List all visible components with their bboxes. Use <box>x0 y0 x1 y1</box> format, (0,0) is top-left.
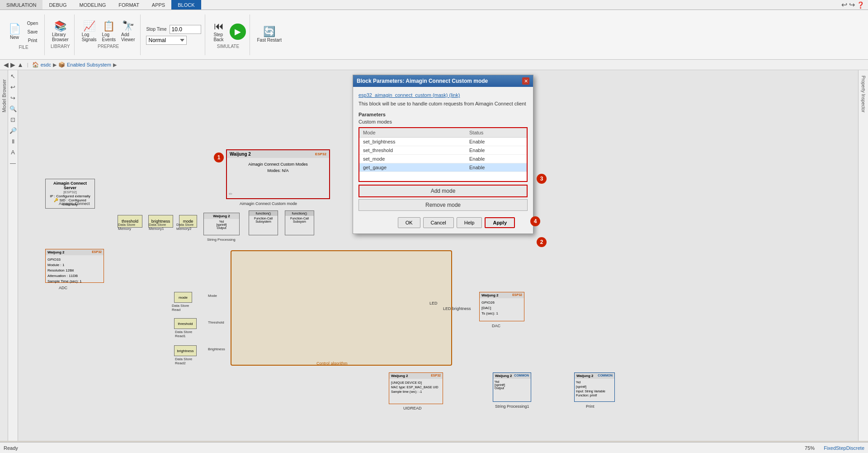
solver-label: FixedStepDiscrete <box>824 445 864 451</box>
step-back-button[interactable]: ⏮ StepBack <box>211 20 227 43</box>
menu-tab-debug[interactable]: DEBUG <box>42 0 73 10</box>
badge-1: 1 <box>214 153 224 162</box>
library-group-label: LIBRARY <box>51 44 70 49</box>
parameters-section-label: Parameters <box>359 112 528 117</box>
breadcrumb: ◀ ▶ ▲ | 🏠 esdc ▶ 📦 Enabled Subsystem ▶ <box>0 60 868 70</box>
text-tool-icon[interactable]: A <box>9 148 17 156</box>
log-signals-icon: 📈 <box>83 21 95 31</box>
menu-tab-block[interactable]: BLOCK <box>171 0 201 10</box>
help-icon[interactable]: ❓ <box>857 1 864 9</box>
new-button[interactable]: 📄 New <box>6 23 23 41</box>
row1-status: Enable <box>466 138 527 146</box>
menu-tab-modeling[interactable]: MODELING <box>73 0 113 10</box>
block-parameters-dialog: Block Parameters: Aimagin Connect Custom… <box>353 75 533 234</box>
run-controls-group: ⏮ StepBack ▶ SIMULATE <box>207 14 250 55</box>
add-mode-button[interactable]: Add mode <box>359 185 528 197</box>
menu-tab-simulation[interactable]: SIMULATION <box>0 0 42 10</box>
zoom-in-icon[interactable]: 🔍 <box>9 105 17 113</box>
undo-icon[interactable]: ↩ <box>841 0 847 9</box>
stop-time-input[interactable] <box>170 25 201 34</box>
simulation-mode-select[interactable]: Normal Accelerator Rapid Accelerator <box>146 36 187 45</box>
left-sidebar: ↖ ↩ ↪ 🔍 ⊡ 🔎 Ⅱ A — <box>8 70 18 441</box>
status-bar: Ready 75% FixedStepDiscrete <box>0 442 868 453</box>
nav-forward-btn[interactable]: ▶ <box>10 61 15 68</box>
fast-restart-group: 🔄 Fast Restart <box>252 14 287 55</box>
col-status-header: Status <box>466 128 527 138</box>
redo-icon[interactable]: ↪ <box>849 0 855 9</box>
log-events-icon: 📋 <box>103 21 115 31</box>
remove-mode-button[interactable]: Remove mode <box>359 199 528 211</box>
library-browser-button[interactable]: 📚 LibraryBrowser <box>50 20 71 43</box>
model-browser-label[interactable]: Model Browser <box>1 79 7 112</box>
select-tool-icon[interactable]: ↖ <box>9 72 17 80</box>
row4-mode: get_gauge <box>359 163 466 172</box>
dialog-title-text: Block Parameters: Aimagin Connect Custom… <box>357 78 488 84</box>
home-icon: 🏠 <box>32 62 39 68</box>
help-button[interactable]: Help <box>457 217 482 228</box>
open-button[interactable]: Open <box>24 20 41 27</box>
library-toolbar-group: 📚 LibraryBrowser LIBRARY <box>47 14 75 55</box>
dialog-description: This block will be use to handle cutom r… <box>359 100 528 107</box>
navigate-forward-icon[interactable]: ↩ <box>9 83 17 91</box>
navigate-back-icon[interactable]: ↪ <box>9 94 17 102</box>
nav-back-btn[interactable]: ◀ <box>4 61 9 68</box>
canvas-area: Aimagin Connect Server [ESP32] IP : Conf… <box>18 70 858 441</box>
prepare-group-label: PREPARE <box>98 44 119 49</box>
breadcrumb-esdc[interactable]: esdc <box>41 62 51 67</box>
step-back-icon: ⏮ <box>214 21 224 31</box>
modes-table: Mode Status set_brightness Enable <box>359 128 527 172</box>
fast-restart-icon: 🔄 <box>263 27 275 37</box>
apply-button[interactable]: Apply <box>485 217 515 228</box>
row3-mode: set_mode <box>359 155 466 163</box>
table-row[interactable]: set_brightness Enable <box>359 138 527 146</box>
file-group-label: FILE <box>19 45 28 50</box>
property-inspector-label[interactable]: Property Inspector <box>861 76 866 113</box>
simulate-controls-group: Stop Time Normal Accelerator Rapid Accel… <box>142 14 205 55</box>
badge-2: 2 <box>537 237 547 247</box>
dialog-overlay: Block Parameters: Aimagin Connect Custom… <box>18 70 858 441</box>
ready-label: Ready <box>4 445 18 451</box>
new-mode-input[interactable] <box>361 174 525 179</box>
row2-status: Enable <box>466 146 527 155</box>
line-tool-icon[interactable]: — <box>9 159 17 167</box>
annotation-icon[interactable]: Ⅱ <box>9 137 17 145</box>
dialog-close-button[interactable]: ✕ <box>522 77 529 85</box>
table-row[interactable]: set_mode Enable <box>359 155 527 163</box>
dialog-titlebar[interactable]: Block Parameters: Aimagin Connect Custom… <box>353 75 533 87</box>
model-browser-sidebar[interactable]: Model Browser <box>0 70 8 441</box>
log-events-button[interactable]: 📋 LogEvents <box>100 20 118 43</box>
add-viewer-button[interactable]: 🔭 AddViewer <box>119 20 137 43</box>
add-viewer-icon: 🔭 <box>122 21 134 31</box>
row4-status: Enable <box>466 163 527 172</box>
cancel-button[interactable]: Cancel <box>423 217 454 228</box>
table-row-selected[interactable]: get_gauge Enable <box>359 163 527 172</box>
row3-status: Enable <box>466 155 527 163</box>
right-sidebar[interactable]: Property Inspector <box>858 70 868 441</box>
breadcrumb-enabled-subsystem[interactable]: Enabled Subsystem <box>67 62 111 67</box>
modes-table-wrapper: Mode Status set_brightness Enable <box>359 127 528 182</box>
menu-tab-apps[interactable]: APPS <box>146 0 171 10</box>
zoom-out-icon[interactable]: 🔎 <box>9 126 17 134</box>
row1-mode: set_brightness <box>359 138 466 146</box>
run-button[interactable]: ▶ <box>230 24 246 40</box>
stop-time-label: Stop Time <box>146 27 166 32</box>
log-signals-button[interactable]: 📈 LogSignals <box>80 20 99 43</box>
fast-restart-button[interactable]: 🔄 Fast Restart <box>255 26 283 43</box>
new-icon: 📄 <box>9 24 21 34</box>
nav-up-btn[interactable]: ▲ <box>17 61 24 68</box>
print-button[interactable]: Print <box>24 37 41 44</box>
table-row[interactable]: set_threshold Enable <box>359 146 527 155</box>
ok-button[interactable]: OK <box>398 217 420 228</box>
save-button[interactable]: Save <box>24 29 41 35</box>
dialog-subtitle[interactable]: esp32_aimagin_connect_custom (mask) (lin… <box>359 92 528 98</box>
zoom-fit-icon[interactable]: ⊡ <box>9 115 17 124</box>
zoom-label: 75% <box>805 445 815 451</box>
menu-bar: SIMULATION DEBUG MODELING FORMAT APPS BL… <box>0 0 868 10</box>
menu-tab-format[interactable]: FORMAT <box>112 0 146 10</box>
new-row-input-area <box>359 172 527 181</box>
library-icon: 📚 <box>54 21 66 31</box>
row2-mode: set_threshold <box>359 146 466 155</box>
enabled-subsystem-icon: 📦 <box>58 62 65 68</box>
badge-3: 3 <box>537 174 547 184</box>
main-layout: Model Browser ↖ ↩ ↪ 🔍 ⊡ 🔎 Ⅱ A — Aimagin … <box>0 70 868 441</box>
